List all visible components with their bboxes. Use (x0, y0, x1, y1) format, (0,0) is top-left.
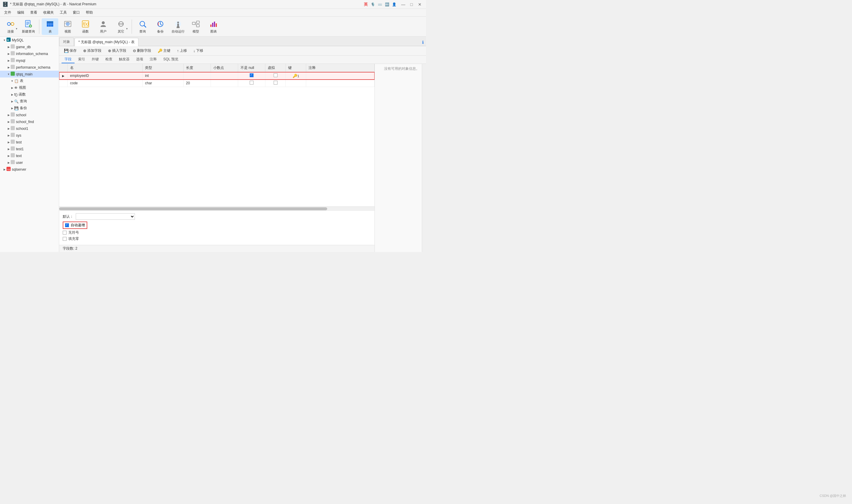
maximize-button[interactable]: □ (407, 1, 415, 7)
field-virtual-employeeid[interactable] (265, 72, 286, 79)
tool-new-query[interactable]: 新建查询 (20, 18, 37, 35)
sub-tab-indexes[interactable]: 索引 (75, 56, 88, 63)
unsigned-row: 无符号 (63, 230, 371, 235)
sidebar-item-test1[interactable]: ▶ test1 (0, 145, 59, 152)
sidebar-item-text[interactable]: ▶ text (0, 152, 59, 159)
sidebar-item-school[interactable]: ▶ school (0, 111, 59, 118)
info-button[interactable]: ℹ (420, 39, 426, 46)
sidebar-item-sqlserver[interactable]: ▶ SQL sqlserver (0, 166, 59, 173)
field-length-employeeid[interactable] (183, 72, 211, 79)
field-type-employeeid[interactable]: int (143, 72, 183, 79)
sidebar-item-performance_schema[interactable]: ▶ performance_schema (0, 64, 59, 71)
sidebar-item-user[interactable]: ▶ user (0, 159, 59, 166)
field-notnull-code[interactable] (238, 79, 265, 87)
action-bar: 💾 保存 ⊕ 添加字段 ⊕ 插入字段 ⊖ 删除字段 🔑 主键 ↑ 上移 (59, 46, 426, 56)
notnull-checkbox-checked[interactable] (250, 73, 254, 77)
move-up-button[interactable]: ↑ 上移 (175, 47, 189, 54)
field-decimal-code[interactable] (211, 79, 238, 87)
tool-user[interactable]: 用户 (95, 18, 111, 35)
sidebar-item-queries[interactable]: ▶ 🔍 查询 (0, 98, 59, 105)
default-select[interactable] (76, 213, 135, 220)
th-length: 长度 (183, 64, 211, 72)
minimize-button[interactable]: — (399, 1, 407, 7)
table-row[interactable]: ▶ employeeID int (59, 72, 375, 79)
sidebar-item-qtqq_main[interactable]: ▼ qtqq_main (0, 71, 59, 77)
virtual-checkbox-empty-code[interactable] (274, 81, 277, 85)
notnull-checkbox-empty-code[interactable] (250, 81, 254, 85)
menu-view[interactable]: 查看 (27, 9, 40, 16)
sub-tab-foreign-keys[interactable]: 外键 (89, 56, 102, 63)
tool-query[interactable]: 查询 (134, 18, 151, 35)
table-row[interactable]: code char 20 (59, 79, 375, 87)
unsigned-checkbox[interactable] (63, 231, 67, 235)
field-decimal-employeeid[interactable] (211, 72, 238, 79)
field-comment-employeeid[interactable] (306, 72, 375, 79)
sidebar-item-views[interactable]: ▶ 👁 视图 (0, 84, 59, 91)
field-notnull-employeeid[interactable] (238, 72, 265, 79)
scrollbar-thumb[interactable] (59, 207, 327, 210)
field-name-code[interactable]: code (68, 79, 143, 87)
tab-objects[interactable]: 对象 (59, 38, 74, 46)
sidebar-item-tables[interactable]: ▼ 📋 表 (0, 77, 59, 84)
tool-view[interactable]: 视图 (59, 18, 76, 35)
horizontal-scrollbar[interactable] (59, 206, 375, 211)
title-bar-left: 🗄️ * 无标题 @qtqq_main (MySQL) - 表 - Navica… (2, 1, 96, 7)
vertical-scrollbar[interactable] (422, 64, 426, 252)
tool-function[interactable]: f(x) 函数 (77, 18, 94, 35)
sub-tab-comment[interactable]: 注释 (147, 56, 160, 63)
sub-tab-checks[interactable]: 检查 (102, 56, 115, 63)
svg-point-0 (7, 22, 10, 25)
sidebar-item-functions[interactable]: ▶ f() 函数 (0, 91, 59, 98)
zerofill-checkbox[interactable] (63, 237, 67, 241)
tool-chart[interactable]: 图表 (205, 18, 222, 35)
menu-file[interactable]: 文件 (1, 9, 14, 16)
tool-model[interactable]: 模型 (187, 18, 204, 35)
tool-autorun[interactable]: 自动运行 (170, 18, 186, 35)
sidebar-item-test[interactable]: ▶ test (0, 139, 59, 145)
field-comment-code[interactable] (306, 79, 375, 87)
delete-field-button[interactable]: ⊖ 删除字段 (130, 47, 153, 54)
sidebar-item-backups[interactable]: ▶ 💾 备份 (0, 105, 59, 111)
tool-other[interactable]: 其它 ▼ (113, 18, 129, 35)
sidebar-item-school1[interactable]: ▶ school1 (0, 125, 59, 132)
text-label: text (16, 154, 22, 158)
field-length-code[interactable]: 20 (183, 79, 211, 87)
autorun-label: 自动运行 (171, 29, 185, 34)
sidebar-item-mysql[interactable]: ▶ mysql (0, 57, 59, 64)
primary-key-button[interactable]: 🔑 主键 (155, 47, 173, 54)
field-virtual-code[interactable] (265, 79, 286, 87)
field-type-code[interactable]: char (143, 79, 183, 87)
tool-table[interactable]: 表 (42, 18, 58, 35)
sub-tab-sql-preview[interactable]: SQL 预览 (160, 56, 181, 63)
delete-field-label: 删除字段 (137, 48, 151, 53)
field-key-employeeid[interactable]: 🔑1 (286, 72, 306, 79)
menu-tools[interactable]: 工具 (57, 9, 70, 16)
tool-backup[interactable]: 备份 (152, 18, 169, 35)
tab-active[interactable]: * 无标题 @qtqq_main (MySQL) - 表 (75, 38, 139, 46)
sidebar-item-information_schema[interactable]: ▶ information_schema (0, 50, 59, 57)
sidebar-item-school_find[interactable]: ▶ school_find (0, 118, 59, 125)
tool-connect[interactable]: 连接 ▼ (2, 18, 19, 35)
move-down-button[interactable]: ↓ 下移 (191, 47, 206, 54)
insert-field-button[interactable]: ⊕ 插入字段 (106, 47, 129, 54)
field-name-employeeid[interactable]: employeeID (68, 72, 143, 79)
sidebar-item-game_db[interactable]: ▶ game_db (0, 43, 59, 50)
sidebar-root-mysql[interactable]: ▼ M MySQL (0, 37, 59, 43)
menu-help[interactable]: 帮助 (83, 9, 96, 16)
field-key-code[interactable] (286, 79, 306, 87)
sub-tab-options[interactable]: 选项 (133, 56, 146, 63)
menu-favorites[interactable]: 收藏夹 (40, 9, 57, 16)
sub-tab-triggers[interactable]: 触发器 (116, 56, 132, 63)
menu-edit[interactable]: 编辑 (14, 9, 27, 16)
sidebar-item-sys[interactable]: ▶ sys (0, 132, 59, 139)
save-button[interactable]: 💾 保存 (61, 47, 79, 54)
close-button[interactable]: ✕ (416, 1, 424, 7)
text-icon (11, 153, 15, 158)
table-label: 表 (49, 29, 52, 34)
sub-tab-fields[interactable]: 字段 (61, 56, 75, 63)
auto-increment-checkbox[interactable] (65, 223, 69, 227)
add-field-button[interactable]: ⊕ 添加字段 (81, 47, 104, 54)
menu-window[interactable]: 窗口 (70, 9, 83, 16)
virtual-checkbox-empty[interactable] (274, 73, 277, 77)
svg-point-30 (177, 22, 179, 23)
